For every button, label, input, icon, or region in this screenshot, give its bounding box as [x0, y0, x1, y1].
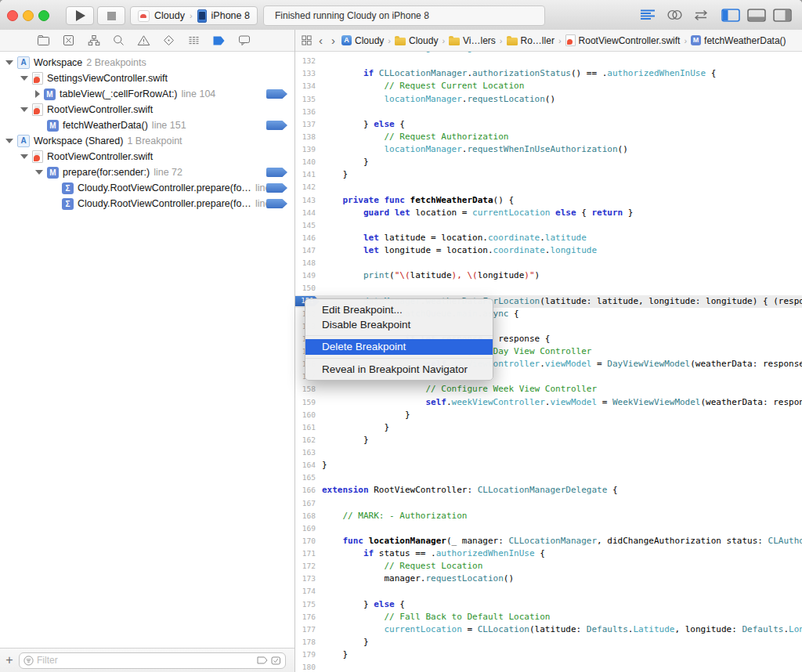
- disclosure-triangle-icon[interactable]: [35, 170, 43, 175]
- line-number[interactable]: 161: [295, 421, 316, 434]
- line-number[interactable]: 150: [295, 282, 316, 294]
- disclosure-triangle-icon[interactable]: [5, 60, 13, 65]
- breakpoint-row[interactable]: RootViewController.swift: [0, 149, 294, 164]
- code-line[interactable]: 170 func locationManager(_ manager: CLLo…: [295, 535, 802, 547]
- line-number[interactable]: 165: [295, 471, 316, 484]
- breakpoint-row[interactable]: AWorkspace (Shared)1 Breakpoint: [0, 133, 294, 149]
- disclosure-triangle-icon[interactable]: [20, 107, 28, 112]
- code-line[interactable]: 132: [295, 55, 802, 67]
- code-line[interactable]: 148: [295, 257, 802, 269]
- breakpoint-row[interactable]: ΣCloudy.RootViewController.prepare(fo…li…: [0, 196, 294, 211]
- disclosure-triangle-icon[interactable]: [20, 76, 28, 81]
- code-line[interactable]: 171 if status == .authorizedWhenInUse {: [295, 547, 802, 560]
- version-editor-button[interactable]: [689, 7, 713, 23]
- line-number[interactable]: 135: [295, 93, 316, 106]
- line-number[interactable]: 149: [295, 269, 316, 282]
- standard-editor-button[interactable]: [636, 7, 659, 23]
- breakpoint-row[interactable]: SettingsViewController.swift: [0, 70, 294, 86]
- breakpoint-row[interactable]: ΣCloudy.RootViewController.prepare(fo…li…: [0, 180, 294, 196]
- line-number[interactable]: 132: [295, 55, 316, 67]
- breadcrumb-item[interactable]: ACloudy: [341, 35, 384, 46]
- menu-item-edit-breakpoint[interactable]: Edit Breakpoint...: [305, 302, 493, 317]
- line-number[interactable]: 138: [295, 131, 316, 143]
- code-line[interactable]: 175 } else {: [295, 598, 802, 611]
- code-line[interactable]: 172 // Request Location: [295, 560, 802, 573]
- line-number[interactable]: 141: [295, 168, 316, 181]
- code-line[interactable]: 173 manager.requestLocation(): [295, 573, 802, 585]
- code-line[interactable]: 168 // MARK: - Authorization: [295, 510, 802, 522]
- code-line[interactable]: 136: [295, 106, 802, 118]
- code-line[interactable]: 141 }: [295, 168, 802, 181]
- line-number[interactable]: 167: [295, 497, 316, 510]
- toggle-navigator-button[interactable]: [719, 7, 742, 23]
- code-line[interactable]: 150: [295, 282, 802, 294]
- line-number[interactable]: 159: [295, 396, 316, 409]
- enabled-filter-icon[interactable]: [271, 656, 281, 665]
- navigator-tab-source-control[interactable]: [61, 33, 76, 48]
- line-number[interactable]: 175: [295, 598, 316, 611]
- line-number[interactable]: 137: [295, 118, 316, 131]
- breakpoint-row[interactable]: MfetchWeatherData()line 151: [0, 117, 294, 133]
- code-line[interactable]: 159 self.weekViewController.viewModel = …: [295, 396, 802, 409]
- forward-button[interactable]: ›: [329, 34, 338, 47]
- breadcrumb-item[interactable]: Cloudy: [395, 35, 438, 46]
- line-number[interactable]: 142: [295, 181, 316, 193]
- assistant-editor-button[interactable]: [663, 7, 686, 23]
- line-number[interactable]: 172: [295, 560, 316, 573]
- navigator-tab-reports[interactable]: [237, 33, 251, 48]
- code-line[interactable]: 146 let latitude = location.coordinate.l…: [295, 232, 802, 244]
- code-line[interactable]: 138 // Request Authorization: [295, 131, 802, 143]
- breakpoint-badge-icon[interactable]: [266, 183, 287, 193]
- stop-button[interactable]: [97, 6, 125, 25]
- line-number[interactable]: 143: [295, 194, 316, 207]
- code-line[interactable]: 165: [295, 471, 802, 484]
- disclosure-triangle-icon[interactable]: [5, 139, 13, 143]
- breakpoint-row[interactable]: MtableView(_:cellForRowAt:)line 104: [0, 86, 294, 102]
- code-line[interactable]: 139 locationManager.requestWhenInUseAuth…: [295, 143, 802, 156]
- line-number[interactable]: 171: [295, 547, 316, 560]
- breakpoint-row[interactable]: AWorkspace2 Breakpoints: [0, 55, 294, 70]
- line-number[interactable]: 176: [295, 611, 316, 623]
- code-line[interactable]: 163: [295, 446, 802, 459]
- code-line[interactable]: 143 private func fetchWeatherData() {: [295, 194, 802, 207]
- related-items-icon[interactable]: [301, 34, 312, 46]
- code-line[interactable]: 145: [295, 219, 802, 232]
- line-number[interactable]: 178: [295, 636, 316, 649]
- line-number[interactable]: 147: [295, 244, 316, 257]
- code-line[interactable]: 178 }: [295, 636, 802, 649]
- breadcrumb-item[interactable]: MfetchWeatherData(): [691, 35, 786, 46]
- scheme-selector[interactable]: Cloudy › iPhone 8: [130, 6, 258, 25]
- code-line[interactable]: 149 print("\(latitude), \(longitude)"): [295, 269, 802, 282]
- add-breakpoint-button[interactable]: +: [0, 649, 19, 671]
- code-line[interactable]: 176 // Fall Back to Default Location: [295, 611, 802, 623]
- menu-item-disable-breakpoint[interactable]: Disable Breakpoint: [305, 317, 493, 332]
- code-line[interactable]: 135 locationManager.requestLocation(): [295, 93, 802, 106]
- toggle-debug-area-button[interactable]: [745, 7, 768, 23]
- back-button[interactable]: ‹: [316, 34, 325, 47]
- code-line[interactable]: 144 guard let location = currentLocation…: [295, 207, 802, 219]
- toggle-inspectors-button[interactable]: [771, 7, 794, 23]
- code-line[interactable]: 160 }: [295, 409, 802, 421]
- code-line[interactable]: 134 // Request Current Location: [295, 80, 802, 92]
- code-line[interactable]: 133 if CLLocationManager.authorizationSt…: [295, 67, 802, 80]
- line-number[interactable]: 170: [295, 535, 316, 547]
- line-number[interactable]: 179: [295, 649, 316, 661]
- code-line[interactable]: 174: [295, 585, 802, 598]
- breakpoint-filter-icon[interactable]: [257, 656, 268, 664]
- navigator-tab-breakpoints-active[interactable]: [211, 33, 226, 48]
- line-number[interactable]: 180: [295, 661, 316, 672]
- code-line[interactable]: 164}: [295, 459, 802, 471]
- code-line[interactable]: 140 }: [295, 156, 802, 168]
- code-line[interactable]: 161 }: [295, 421, 802, 434]
- navigator-tab-find[interactable]: [111, 33, 126, 48]
- breakpoint-badge-icon[interactable]: [266, 89, 287, 99]
- navigator-tab-issues[interactable]: [136, 33, 151, 48]
- disclosure-triangle-icon[interactable]: [20, 154, 28, 159]
- menu-item-delete-breakpoint[interactable]: Delete Breakpoint: [305, 339, 493, 355]
- line-number[interactable]: 133: [295, 67, 316, 80]
- breadcrumb-item[interactable]: RootViewController.swift: [565, 34, 681, 46]
- code-line[interactable]: 147 let longitude = location.coordinate.…: [295, 244, 802, 257]
- code-line[interactable]: 166extension RootViewController: CLLocat…: [295, 484, 802, 497]
- filter-field[interactable]: Filter: [19, 652, 286, 669]
- line-number[interactable]: 163: [295, 446, 316, 459]
